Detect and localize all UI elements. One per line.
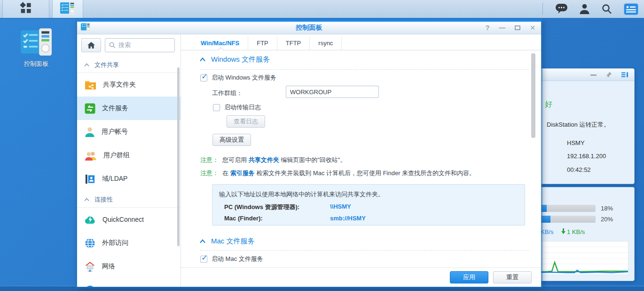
enable-windows-service-checkbox[interactable]: 启动 Windows 文件服务: [200, 73, 276, 82]
domain-ldap-icon: [85, 174, 95, 185]
taskbar: [0, 0, 644, 19]
file-services-content: Win/Mac/NFS FTP TFTP rsync Windows 文件服务 …: [181, 34, 541, 287]
windows-service-section-header[interactable]: Windows 文件服务: [200, 55, 270, 64]
note-indexing-service: 注意：在 索引服务 检索文件夹并装载到 Mac 计算机后，您可使用 Finder…: [200, 169, 475, 178]
pc-access-value[interactable]: \\HSMY: [330, 203, 351, 210]
quickconnect-icon: [85, 215, 96, 224]
help-button[interactable]: ?: [486, 24, 490, 31]
ram-usage-percent: 20%: [601, 216, 613, 223]
sidebar-search-input[interactable]: 搜索: [105, 38, 175, 52]
user-group-icon: [85, 150, 97, 161]
sidebar-item-shared-folder[interactable]: 共享文件夹: [77, 73, 181, 97]
sidebar-scrollbar[interactable]: [177, 67, 180, 246]
widget-status-text: DiskStation 运转正常。: [547, 121, 610, 129]
enable-mac-service-checkbox[interactable]: 启动 Mac 文件服务: [200, 255, 263, 263]
widget-minimize-icon[interactable]: [590, 74, 597, 76]
access-box-intro: 输入以下地址以使用本地网络中的计算机来访问共享文件夹。: [219, 190, 384, 199]
dhcp-server-icon: [85, 285, 95, 287]
tab-ftp[interactable]: FTP: [248, 36, 277, 50]
transfer-log-checkbox[interactable]: 启动传输日志: [213, 103, 261, 112]
widget-panel-icon[interactable]: [621, 72, 628, 80]
pc-access-label: PC (Windows 资源管理器):: [224, 203, 299, 211]
home-icon: [87, 41, 95, 49]
widget-pin-icon[interactable]: [605, 71, 613, 80]
control-panel-icon: [60, 1, 75, 16]
mac-service-section-header[interactable]: Mac 文件服务: [200, 237, 255, 246]
tab-tftp[interactable]: TFTP: [277, 36, 310, 50]
search-placeholder: 搜索: [118, 41, 131, 49]
section-divider: [200, 250, 529, 251]
user-account-icon: [85, 127, 95, 137]
window-titlebar[interactable]: 控制面板 ? — ✕: [77, 22, 541, 34]
sidebar-item-external-access[interactable]: 外部访问: [77, 231, 181, 255]
widget-uptime: 00:42:52: [567, 166, 591, 173]
indexing-service-link[interactable]: 索引服务: [230, 170, 255, 177]
main-menu-button[interactable]: [2, 0, 49, 18]
widget-greeting: 好: [545, 100, 552, 110]
sidebar-section-file-sharing[interactable]: 文件共享: [77, 57, 181, 73]
pilot-view-icon[interactable]: [624, 3, 638, 15]
cpu-usage-percent: 18%: [601, 205, 613, 212]
tab-bar: Win/Mac/NFS FTP TFTP rsync: [181, 36, 541, 50]
external-access-icon: [85, 238, 95, 249]
checkbox-unchecked[interactable]: [213, 104, 220, 111]
close-button[interactable]: ✕: [530, 24, 535, 31]
window-title: 控制面板: [77, 24, 541, 32]
tab-rsync[interactable]: rsync: [310, 36, 342, 50]
main-menu-icon: [19, 1, 32, 16]
sidebar-item-quickconnect[interactable]: QuickConnect: [77, 208, 181, 231]
chevron-up-icon: [84, 198, 89, 202]
section-divider: [200, 69, 529, 70]
file-services-icon: [85, 103, 95, 114]
sidebar-item-user-group[interactable]: 用户群组: [77, 144, 181, 167]
download-arrow-icon: [561, 228, 565, 235]
mac-access-label: Mac (Finder):: [224, 215, 263, 222]
home-button[interactable]: [81, 38, 101, 52]
control-panel-icon: [21, 49, 52, 57]
minimize-button[interactable]: —: [499, 24, 505, 31]
apply-button[interactable]: 应用: [450, 271, 488, 283]
search-icon[interactable]: [601, 3, 613, 15]
shared-folder-icon: [85, 80, 96, 90]
control-panel-sidebar: 搜索 文件共享 共享文件夹: [77, 34, 181, 287]
chat-icon[interactable]: [555, 3, 568, 15]
widget-ip-address: 192.168.1.200: [567, 153, 606, 160]
sidebar-item-domain-ldap[interactable]: 域/LDAP: [77, 167, 181, 191]
chevron-up-icon: [84, 63, 89, 67]
checkbox-checked[interactable]: [200, 74, 207, 81]
widget-server-name: HSMY: [567, 139, 585, 146]
content-scrollbar[interactable]: [531, 53, 535, 138]
taskbar-separator: [542, 3, 543, 15]
maximize-button[interactable]: [515, 25, 520, 30]
view-log-button[interactable]: 查看日志: [227, 115, 265, 128]
chevron-up-icon: [200, 57, 205, 62]
network-icon: [85, 261, 95, 272]
download-speed: 1 KB/s: [561, 228, 585, 235]
note-recycle-bin: 注意：您可启用 共享文件夹 编辑页面中的"回收站"。: [200, 156, 346, 164]
footer-divider: [181, 267, 541, 268]
chevron-up-icon: [200, 239, 205, 243]
desktop-icon-label: 控制面板: [14, 60, 58, 68]
checkbox-checked[interactable]: [200, 256, 207, 263]
search-icon: [109, 42, 116, 48]
advanced-settings-button[interactable]: 高级设置: [212, 134, 251, 146]
shared-folder-link[interactable]: 共享文件夹: [249, 156, 279, 163]
sidebar-item-file-services[interactable]: 文件服务: [77, 97, 181, 120]
workgroup-label: 工作群组：: [212, 89, 243, 97]
reset-button[interactable]: 重置: [493, 271, 532, 283]
workgroup-input[interactable]: [286, 86, 379, 98]
sidebar-section-connectivity[interactable]: 连接性: [77, 192, 181, 208]
sidebar-item-network[interactable]: 网络: [77, 255, 181, 278]
upload-speed: KB/s: [541, 228, 553, 235]
desktop-control-panel-shortcut[interactable]: 控制面板: [14, 28, 58, 68]
taskbar-control-panel-button[interactable]: [52, 0, 83, 18]
sidebar-item-dhcp-server[interactable]: DHCP Server: [77, 278, 181, 287]
user-icon[interactable]: [579, 3, 590, 15]
sidebar-item-user-account[interactable]: 用户帐号: [77, 120, 181, 144]
mac-access-value[interactable]: smb://HSMY: [330, 215, 366, 222]
access-address-box: 输入以下地址以使用本地网络中的计算机来访问共享文件夹。 PC (Windows …: [212, 184, 525, 226]
control-panel-window: 控制面板 ? — ✕ 搜索: [77, 19, 542, 287]
